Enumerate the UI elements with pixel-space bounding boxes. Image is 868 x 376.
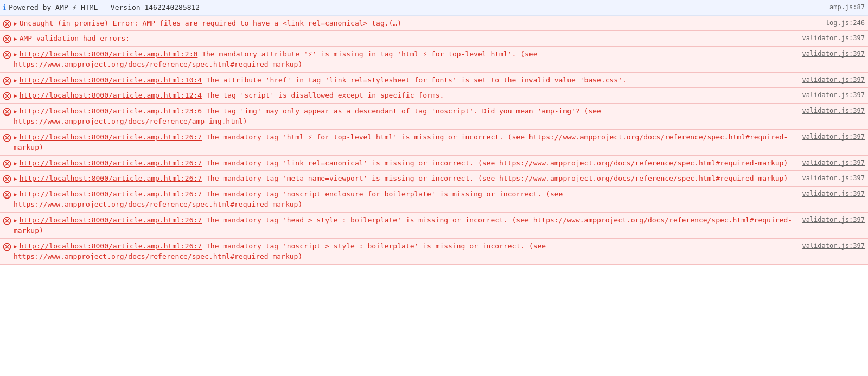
msg-wrap-9: ▶http://localhost:8000/article.amp.html:… [14, 173, 788, 184]
msg-wrap-7: ▶http://localhost:8000/article.amp.html:… [14, 132, 795, 153]
row-left-7: ▶http://localhost:8000/article.amp.html:… [3, 132, 795, 153]
console-row-8: ▶http://localhost:8000/article.amp.html:… [0, 156, 868, 171]
row-left-3: ▶http://localhost:8000/article.amp.html:… [3, 49, 795, 70]
source-link-12[interactable]: validator.js:397 [802, 241, 865, 250]
console-row-1: ▶Uncaught (in promise) Error: AMP files … [0, 16, 868, 31]
expand-triangle-7[interactable]: ▶ [14, 133, 17, 143]
msg-wrap-4: ▶http://localhost:8000/article.amp.html:… [14, 75, 627, 86]
info-icon: ℹ [3, 3, 6, 12]
source-link-7[interactable]: validator.js:397 [802, 132, 865, 141]
error-icon [3, 215, 11, 225]
msg-wrap-6: ▶http://localhost:8000/article.amp.html:… [14, 106, 795, 127]
source-link-4[interactable]: validator.js:397 [802, 75, 865, 84]
expand-triangle-6[interactable]: ▶ [14, 107, 17, 117]
error-icon [3, 174, 11, 183]
console-row-5: ▶http://localhost:8000/article.amp.html:… [0, 88, 868, 104]
error-icon [3, 75, 11, 85]
row-left-8: ▶http://localhost:8000/article.amp.html:… [3, 158, 795, 169]
error-link-5[interactable]: http://localhost:8000/article.amp.html:1… [20, 91, 202, 99]
error-link-12[interactable]: http://localhost:8000/article.amp.html:2… [20, 242, 202, 250]
row-left-2: ▶AMP validation had errors: [3, 33, 795, 44]
row-left-12: ▶http://localhost:8000/article.amp.html:… [3, 241, 795, 262]
source-link-0[interactable]: amp.js:87 [829, 2, 865, 11]
source-link-2[interactable]: validator.js:397 [802, 33, 865, 42]
row-left-11: ▶http://localhost:8000/article.amp.html:… [3, 215, 795, 236]
console-row-6: ▶http://localhost:8000/article.amp.html:… [0, 104, 868, 130]
expand-triangle-12[interactable]: ▶ [14, 243, 17, 252]
error-icon [3, 132, 11, 142]
error-icon [3, 18, 11, 28]
console-row-10: ▶http://localhost:8000/article.amp.html:… [0, 187, 868, 213]
error-link-8[interactable]: http://localhost:8000/article.amp.html:2… [20, 159, 202, 167]
source-link-3[interactable]: validator.js:397 [802, 49, 865, 58]
expand-triangle-1[interactable]: ▶ [14, 20, 17, 29]
console-row-12: ▶http://localhost:8000/article.amp.html:… [0, 239, 868, 265]
console-row-3: ▶http://localhost:8000/article.amp.html:… [0, 47, 868, 73]
error-icon [3, 49, 11, 59]
row-left-6: ▶http://localhost:8000/article.amp.html:… [3, 106, 795, 127]
row-left-5: ▶http://localhost:8000/article.amp.html:… [3, 90, 795, 101]
error-icon [3, 241, 11, 251]
error-icon [3, 34, 11, 43]
msg-wrap-12: ▶http://localhost:8000/article.amp.html:… [14, 241, 795, 262]
error-link-4[interactable]: http://localhost:8000/article.amp.html:1… [20, 76, 202, 84]
msg-wrap-10: ▶http://localhost:8000/article.amp.html:… [14, 189, 795, 210]
msg-wrap-5: ▶http://localhost:8000/article.amp.html:… [14, 90, 444, 101]
msg-wrap-8: ▶http://localhost:8000/article.amp.html:… [14, 158, 788, 169]
expand-triangle-3[interactable]: ▶ [14, 50, 17, 60]
source-link-8[interactable]: validator.js:397 [802, 158, 865, 167]
source-link-9[interactable]: validator.js:397 [802, 173, 865, 182]
row-left-4: ▶http://localhost:8000/article.amp.html:… [3, 75, 795, 86]
console-row-0: ℹPowered by AMP ⚡ HTML — Version 1462240… [0, 0, 868, 16]
error-icon [3, 91, 11, 100]
source-link-5[interactable]: validator.js:397 [802, 90, 865, 99]
error-link-6[interactable]: http://localhost:8000/article.amp.html:2… [20, 107, 202, 115]
error-icon [3, 158, 11, 168]
error-link-3[interactable]: http://localhost:8000/article.amp.html:2… [20, 50, 198, 58]
console-row-2: ▶AMP validation had errors:validator.js:… [0, 31, 868, 47]
msg-wrap-2: ▶AMP validation had errors: [14, 33, 130, 44]
error-link-9[interactable]: http://localhost:8000/article.amp.html:2… [20, 174, 202, 182]
expand-triangle-8[interactable]: ▶ [14, 160, 17, 169]
expand-triangle-2[interactable]: ▶ [14, 35, 17, 44]
source-link-6[interactable]: validator.js:397 [802, 106, 865, 114]
console-row-4: ▶http://localhost:8000/article.amp.html:… [0, 73, 868, 88]
console-panel: ℹPowered by AMP ⚡ HTML — Version 1462240… [0, 0, 868, 265]
error-link-10[interactable]: http://localhost:8000/article.amp.html:2… [20, 190, 202, 198]
source-link-10[interactable]: validator.js:397 [802, 189, 865, 197]
msg-wrap-11: ▶http://localhost:8000/article.amp.html:… [14, 215, 795, 236]
expand-triangle-4[interactable]: ▶ [14, 77, 17, 86]
expand-triangle-5[interactable]: ▶ [14, 92, 17, 101]
console-row-11: ▶http://localhost:8000/article.amp.html:… [0, 213, 868, 239]
console-row-9: ▶http://localhost:8000/article.amp.html:… [0, 171, 868, 187]
error-link-11[interactable]: http://localhost:8000/article.amp.html:2… [20, 216, 202, 224]
error-icon [3, 106, 11, 116]
source-link-1[interactable]: log.js:246 [826, 18, 865, 27]
msg-wrap-3: ▶http://localhost:8000/article.amp.html:… [14, 49, 795, 70]
expand-triangle-11[interactable]: ▶ [14, 216, 17, 226]
expand-triangle-10[interactable]: ▶ [14, 190, 17, 200]
msg-wrap-1: ▶Uncaught (in promise) Error: AMP files … [14, 18, 401, 29]
row-left-0: ℹPowered by AMP ⚡ HTML — Version 1462240… [3, 2, 823, 13]
source-link-11[interactable]: validator.js:397 [802, 215, 865, 224]
msg-wrap-0: Powered by AMP ⚡ HTML — Version 14622402… [9, 2, 200, 13]
console-row-7: ▶http://localhost:8000/article.amp.html:… [0, 130, 868, 156]
error-icon [3, 189, 11, 199]
expand-triangle-9[interactable]: ▶ [14, 175, 17, 184]
error-link-7[interactable]: http://localhost:8000/article.amp.html:2… [20, 133, 202, 141]
row-left-10: ▶http://localhost:8000/article.amp.html:… [3, 189, 795, 210]
row-left-1: ▶Uncaught (in promise) Error: AMP files … [3, 18, 819, 29]
row-left-9: ▶http://localhost:8000/article.amp.html:… [3, 173, 795, 184]
